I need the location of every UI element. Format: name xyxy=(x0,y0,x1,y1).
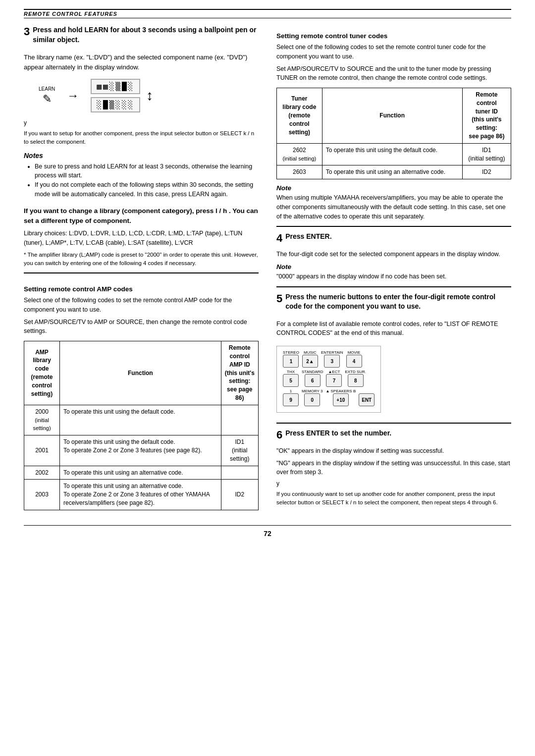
amp-heading: Setting remote control AMP codes xyxy=(24,285,259,293)
step5-title: Press the numeric buttons to enter the f… xyxy=(285,292,511,312)
step5-heading-line: 5 Press the numeric buttons to enter the… xyxy=(276,292,511,316)
step4-heading-line: 4 Press ENTER. xyxy=(276,232,511,246)
numpad-cell-standard: STANDARD 6 xyxy=(302,370,323,387)
notes-title: Notes xyxy=(24,152,259,160)
numpad-box: STEREO 1 MUSIC 2▲ ENTERTAIN 3 MOVIE xyxy=(276,346,381,413)
amp-id-2001: ID1(initial setting) xyxy=(221,435,258,466)
notes-list: Be sure to press and hold LEARN for at l… xyxy=(24,162,259,199)
numpad-btn-ent: ENT xyxy=(359,393,374,406)
step4-block: 4 Press ENTER. The four-digit code set f… xyxy=(276,226,511,281)
step6-block: 6 Press ENTER to set the number. "OK" ap… xyxy=(276,423,511,507)
numpad-label-ect: ▲ECT xyxy=(328,370,340,374)
numpad-label-0: MEMORY 3 xyxy=(302,389,322,393)
step6-body2: "NG" appears in the display window if th… xyxy=(276,459,511,478)
numpad-btn-plus10: +10 xyxy=(333,393,349,406)
lcd-blocks: ▦▦░▒█░ ░█▒░░░ xyxy=(91,79,140,112)
tuner-col1-header: Tunerlibrary code(remotecontrolsetting) xyxy=(277,88,322,144)
numpad-cell-music: MUSIC 2▲ xyxy=(302,350,318,368)
library-body: Library choices: L:DVD, L:DVR, L:LD, L;C… xyxy=(24,229,259,248)
step4-note-body: "0000" appears in the display window if … xyxy=(276,272,511,281)
numpad-cell-movie: MOVIE 4 xyxy=(346,350,362,368)
step4-title: Press ENTER. xyxy=(285,232,331,242)
step3-title: Press and hold LEARN for about 3 seconds… xyxy=(33,25,259,45)
numpad-cell-ect: ▲ECT 7 xyxy=(326,370,342,387)
numpad-btn-0: 0 xyxy=(304,393,320,406)
step5-body: For a complete list of available remote … xyxy=(276,320,511,338)
numpad-cell-0: MEMORY 3 0 xyxy=(302,389,322,406)
tuner-body2: Set AMP/SOURCE/TV to SOURCE and the unit… xyxy=(276,64,511,83)
numpad-btn-1: 1 xyxy=(283,355,299,368)
numpad-btn-8: 8 xyxy=(348,374,364,387)
step4-note-title: Note xyxy=(276,263,511,270)
tuner-id-2603: ID2 xyxy=(462,165,511,179)
numpad-btn-7: 7 xyxy=(326,374,342,387)
numpad-cell-extdsur: EXTD SUR. 8 xyxy=(345,370,366,387)
step3-footnote: If you want to setup for another compone… xyxy=(24,129,259,147)
amp-func-2002: To operate this unit using an alternativ… xyxy=(60,466,221,480)
lcd-display-area: ▦▦░▒█░ ░█▒░░░ ↕ xyxy=(91,79,153,112)
page-number: 72 xyxy=(24,525,511,538)
note-item-2: If you do not complete each of the follo… xyxy=(35,180,259,199)
numpad-btn-4: 4 xyxy=(346,355,362,368)
step3-number: 3 xyxy=(24,25,30,38)
amp-row-2001: 2001 To operate this unit using the defa… xyxy=(24,435,259,466)
numpad-cell-plus10: ▲ SPEAKERS B +10 xyxy=(325,389,356,406)
amp-row-2002: 2002 To operate this unit using an alter… xyxy=(24,466,259,480)
amp-func-2000: To operate this unit using the default c… xyxy=(60,405,221,435)
step3-body1: The library name (ex. "L:DVD") and the s… xyxy=(24,53,259,72)
amp-id-2002 xyxy=(221,466,258,480)
numpad-label-ent xyxy=(366,389,367,393)
learn-label: LEARN xyxy=(39,86,55,92)
amp-code-2003: 2003 xyxy=(24,480,60,510)
header-bar: REMOTE CONTROL FEATURES xyxy=(24,9,511,18)
lcd-display2: ░█▒░░░ xyxy=(91,97,140,112)
numpad-cell-stereo: STEREO 1 xyxy=(283,350,299,368)
numpad-row2: THX 5 STANDARD 6 ▲ECT 7 EXTD SUR. xyxy=(283,370,374,387)
numpad-label-music: MUSIC xyxy=(304,350,317,355)
numpad-cell-entertain: ENTERTAIN 3 xyxy=(321,350,343,368)
numpad-row1: STEREO 1 MUSIC 2▲ ENTERTAIN 3 MOVIE xyxy=(283,350,374,368)
tuner-col2-header: Function xyxy=(322,88,462,144)
tuner-note-body: When using multiple YAMAHA receivers/amp… xyxy=(276,193,511,221)
main-columns: 3 Press and hold LEARN for about 3 secon… xyxy=(24,25,511,515)
step6-heading-line: 6 Press ENTER to set the number. xyxy=(276,429,511,442)
amp-body2: Set AMP/SOURCE/TV to AMP or SOURCE, then… xyxy=(24,318,259,336)
header-title: REMOTE CONTROL FEATURES xyxy=(24,11,117,17)
step6-y-marker: y xyxy=(276,480,511,487)
amp-id-2000 xyxy=(221,405,258,435)
numpad-label-movie: MOVIE xyxy=(348,350,361,355)
numpad-label-9: 1 xyxy=(290,389,292,393)
step3-y-marker: y xyxy=(24,119,259,126)
display-art: LEARN ✎ → ▦▦░▒█░ ░█▒░░░ ↕ xyxy=(39,79,259,112)
tuner-table: Tunerlibrary code(remotecontrolsetting) … xyxy=(276,88,511,179)
numpad-label-thx: THX xyxy=(287,370,295,374)
step6-number: 6 xyxy=(276,429,282,441)
lcd-display1: ▦▦░▒█░ xyxy=(91,79,140,94)
amp-func-2003: To operate this unit using an alternativ… xyxy=(60,480,221,510)
tuner-row-2603: 2603 To operate this unit using an alter… xyxy=(277,165,511,179)
library-heading: If you want to change a library (compone… xyxy=(24,206,259,226)
step4-number: 4 xyxy=(276,232,282,245)
step5-block: 5 Press the numeric buttons to enter the… xyxy=(276,286,511,418)
numpad-label-entertain: ENTERTAIN xyxy=(321,350,343,355)
arrow-right-icon: → xyxy=(67,89,79,103)
numpad-row3: 1 9 MEMORY 3 0 ▲ SPEAKERS B +10 xyxy=(283,389,374,406)
tuner-col3-header: Remotecontroltuner ID(this unit'ssetting… xyxy=(462,88,511,144)
amp-col3-header: RemotecontrolAMP ID(this unit'ssetting:s… xyxy=(221,341,258,405)
learn-pen-icon: ✎ xyxy=(43,93,52,106)
amp-func-2001: To operate this unit using the default c… xyxy=(60,435,221,466)
numpad-btn-2: 2▲ xyxy=(302,355,318,368)
amp-row-2000: 2000(initial setting) To operate this un… xyxy=(24,405,259,435)
tuner-code-2602: 2602(initial setting) xyxy=(277,143,322,165)
step3-heading: 3 Press and hold LEARN for about 3 secon… xyxy=(24,25,259,49)
numpad-btn-5: 5 xyxy=(283,374,299,387)
step5-number: 5 xyxy=(276,292,282,305)
updown-arrow-icon: ↕ xyxy=(146,88,153,104)
numpad-label-standard: STANDARD xyxy=(302,370,323,374)
amp-col1-header: AMP librarycode(remotecontrolsetting) xyxy=(24,341,60,405)
step6-title: Press ENTER to set the number. xyxy=(285,429,391,438)
step6-footnote: If you continuously want to set up anoth… xyxy=(276,490,511,507)
step4-body: The four-digit code set for the selected… xyxy=(276,250,511,259)
numpad-cell-9: 1 9 xyxy=(283,389,299,406)
step6-body1: "OK" appears in the display window if se… xyxy=(276,446,511,456)
